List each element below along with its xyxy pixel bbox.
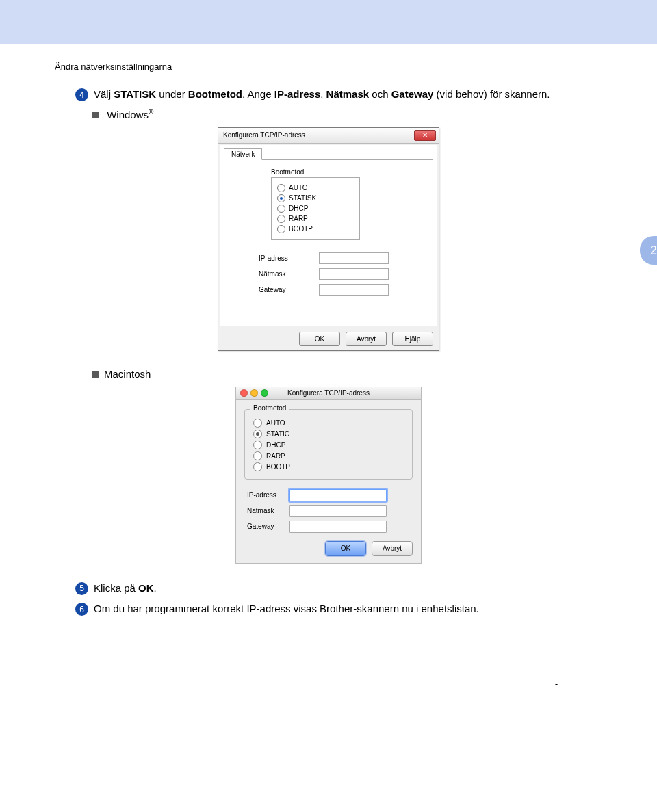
radio-auto[interactable]: AUTO	[277, 184, 354, 192]
bootmethod-group: Bootmetod AUTO STATIC DHCP RARP BOOTP	[244, 409, 413, 480]
breadcrumb: Ändra nätverksinställningarna	[55, 62, 602, 72]
mac-radio-static[interactable]: STATIC	[253, 430, 404, 438]
zoom-icon[interactable]	[261, 389, 268, 397]
ip-field[interactable]	[319, 252, 389, 264]
radio-bootp[interactable]: BOOTP	[277, 225, 354, 233]
mac-mask-label: Nätmask	[247, 507, 289, 514]
os-windows-label: Windows®	[92, 108, 602, 120]
bootmethod-group: AUTO STATISK DHCP RARP BOOTP	[271, 177, 360, 240]
mac-gw-label: Gateway	[247, 523, 289, 530]
windows-title: Konfigurera TCP/IP-adress	[223, 131, 305, 139]
mac-gw-field[interactable]	[289, 521, 387, 533]
ip-label: IP-adress	[259, 254, 319, 262]
mac-cancel-button[interactable]: Avbryt	[372, 541, 413, 556]
step-4: 4 Välj STATISK under Bootmetod. Ange IP-…	[75, 87, 602, 103]
tab-network[interactable]: Nätverk	[224, 148, 262, 160]
step-4-badge: 4	[75, 88, 88, 101]
ok-button[interactable]: OK	[299, 332, 340, 346]
step-6: 6 Om du har programmerat korrekt IP-adre…	[75, 601, 602, 617]
mac-title: Konfigurera TCP/IP-adress	[287, 389, 370, 397]
mac-dialog: Konfigurera TCP/IP-adress Bootmetod AUTO…	[235, 387, 422, 564]
mask-label: Nätmask	[259, 270, 319, 278]
windows-dialog: Konfigurera TCP/IP-adress ✕ Nätverk Boot…	[218, 127, 439, 351]
step-5-text: Klicka på OK.	[94, 581, 157, 597]
mac-ok-button[interactable]: OK	[325, 541, 366, 556]
radio-dhcp[interactable]: DHCP	[277, 205, 354, 213]
registered-icon: ®	[149, 108, 153, 116]
radio-rarp[interactable]: RARP	[277, 215, 354, 223]
mac-radio-dhcp[interactable]: DHCP	[253, 441, 404, 449]
step-6-badge: 6	[75, 603, 88, 616]
mask-field[interactable]	[319, 268, 389, 280]
mac-radio-bootp[interactable]: BOOTP	[253, 462, 404, 471]
step-5-badge: 5	[75, 582, 88, 595]
gw-field[interactable]	[319, 284, 389, 296]
mac-mask-field[interactable]	[289, 505, 387, 517]
mac-ip-field[interactable]	[289, 489, 387, 501]
close-icon[interactable]	[240, 389, 248, 397]
page-number: 6	[554, 682, 602, 685]
os-mac-label: Macintosh	[92, 368, 602, 380]
help-button[interactable]: Hjälp	[392, 332, 433, 346]
close-icon[interactable]: ✕	[414, 130, 436, 141]
mac-titlebar: Konfigurera TCP/IP-adress	[236, 387, 421, 400]
step-6-text: Om du har programmerat korrekt IP-adress…	[94, 601, 479, 617]
bootmethod-label: Bootmetod	[250, 404, 289, 412]
mac-radio-auto[interactable]: AUTO	[253, 419, 404, 428]
bootmethod-label: Bootmetod	[271, 168, 360, 176]
step-4-text: Välj STATISK under Bootmetod. Ange IP-ad…	[94, 87, 550, 103]
minimize-icon[interactable]	[250, 389, 258, 397]
step-5: 5 Klicka på OK.	[75, 581, 602, 597]
mac-ip-label: IP-adress	[247, 491, 289, 499]
radio-statisk[interactable]: STATISK	[277, 194, 354, 202]
chapter-tab: 2	[640, 236, 657, 265]
cancel-button[interactable]: Avbryt	[346, 332, 387, 346]
mac-radio-rarp[interactable]: RARP	[253, 451, 404, 460]
header-band	[0, 0, 657, 44]
windows-tab-panel: Bootmetod AUTO STATISK DHCP RARP BOOTP I…	[224, 159, 433, 322]
gw-label: Gateway	[259, 286, 319, 293]
windows-titlebar: Konfigurera TCP/IP-adress ✕	[218, 128, 439, 144]
